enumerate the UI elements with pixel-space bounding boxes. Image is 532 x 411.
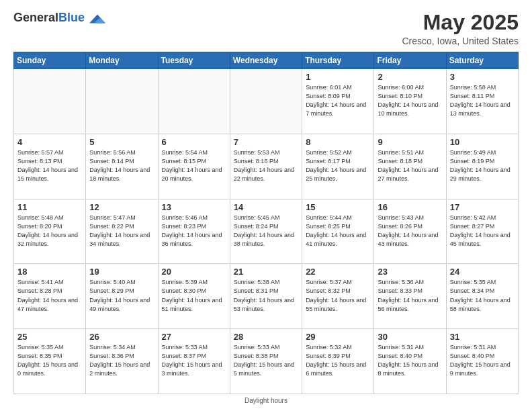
day-cell: 5Sunrise: 5:56 AMSunset: 8:14 PMDaylight… xyxy=(86,134,158,199)
day-info: Sunrise: 5:39 AMSunset: 8:30 PMDaylight:… xyxy=(162,278,226,313)
day-number: 27 xyxy=(162,332,226,342)
day-info: Sunrise: 5:47 AMSunset: 8:22 PMDaylight:… xyxy=(89,214,154,248)
day-cell xyxy=(14,69,86,134)
day-cell xyxy=(158,69,230,134)
calendar-table: SundayMondayTuesdayWednesdayThursdayFrid… xyxy=(13,52,519,394)
day-info: Sunrise: 5:31 AMSunset: 8:40 PMDaylight:… xyxy=(450,343,515,378)
day-cell: 16Sunrise: 5:43 AMSunset: 8:26 PMDayligh… xyxy=(374,199,446,264)
col-header-thursday: Thursday xyxy=(302,52,374,69)
logo-icon xyxy=(89,11,105,27)
day-cell: 21Sunrise: 5:38 AMSunset: 8:31 PMDayligh… xyxy=(230,264,302,329)
day-number: 14 xyxy=(234,202,298,212)
day-info: Sunrise: 5:49 AMSunset: 8:19 PMDaylight:… xyxy=(450,148,515,183)
day-cell: 4Sunrise: 5:57 AMSunset: 8:13 PMDaylight… xyxy=(14,134,86,199)
day-cell: 1Sunrise: 6:01 AMSunset: 8:09 PMDaylight… xyxy=(302,69,374,134)
day-cell: 27Sunrise: 5:33 AMSunset: 8:37 PMDayligh… xyxy=(158,329,230,394)
day-number: 11 xyxy=(17,202,82,212)
day-cell: 7Sunrise: 5:53 AMSunset: 8:16 PMDaylight… xyxy=(230,134,302,199)
col-header-tuesday: Tuesday xyxy=(158,52,230,69)
day-cell: 25Sunrise: 5:35 AMSunset: 8:35 PMDayligh… xyxy=(14,329,86,394)
logo-general-text: General xyxy=(13,11,58,24)
day-info: Sunrise: 5:35 AMSunset: 8:35 PMDaylight:… xyxy=(17,343,82,378)
week-row-2: 11Sunrise: 5:48 AMSunset: 8:20 PMDayligh… xyxy=(14,199,519,264)
day-info: Sunrise: 5:56 AMSunset: 8:14 PMDaylight:… xyxy=(89,148,154,183)
day-cell: 6Sunrise: 5:54 AMSunset: 8:15 PMDaylight… xyxy=(158,134,230,199)
header: GeneralBlue May 2025 Cresco, Iowa, Unite… xyxy=(13,11,519,46)
day-info: Sunrise: 5:45 AMSunset: 8:24 PMDaylight:… xyxy=(234,214,298,248)
day-number: 25 xyxy=(17,332,82,342)
day-info: Sunrise: 5:46 AMSunset: 8:23 PMDaylight:… xyxy=(162,214,226,248)
col-header-wednesday: Wednesday xyxy=(230,52,302,69)
title-block: May 2025 Cresco, Iowa, United States xyxy=(402,11,519,46)
day-number: 29 xyxy=(306,332,370,342)
logo: GeneralBlue xyxy=(13,11,105,27)
day-cell: 30Sunrise: 5:31 AMSunset: 8:40 PMDayligh… xyxy=(374,329,446,394)
day-number: 30 xyxy=(378,332,442,342)
day-cell: 9Sunrise: 5:51 AMSunset: 8:18 PMDaylight… xyxy=(374,134,446,199)
day-cell: 19Sunrise: 5:40 AMSunset: 8:29 PMDayligh… xyxy=(86,264,158,329)
day-info: Sunrise: 5:35 AMSunset: 8:34 PMDaylight:… xyxy=(450,278,515,313)
day-cell: 20Sunrise: 5:39 AMSunset: 8:30 PMDayligh… xyxy=(158,264,230,329)
day-number: 8 xyxy=(306,137,370,147)
day-cell: 23Sunrise: 5:36 AMSunset: 8:33 PMDayligh… xyxy=(374,264,446,329)
day-number: 17 xyxy=(450,202,515,212)
day-number: 21 xyxy=(234,267,298,277)
day-number: 26 xyxy=(89,332,154,342)
day-info: Sunrise: 5:51 AMSunset: 8:18 PMDaylight:… xyxy=(378,148,442,183)
day-cell: 14Sunrise: 5:45 AMSunset: 8:24 PMDayligh… xyxy=(230,199,302,264)
day-number: 2 xyxy=(378,72,442,82)
day-number: 6 xyxy=(162,137,226,147)
day-number: 1 xyxy=(306,72,370,82)
day-number: 24 xyxy=(450,267,515,277)
col-header-friday: Friday xyxy=(374,52,446,69)
day-cell: 12Sunrise: 5:47 AMSunset: 8:22 PMDayligh… xyxy=(86,199,158,264)
day-cell: 28Sunrise: 5:33 AMSunset: 8:38 PMDayligh… xyxy=(230,329,302,394)
day-info: Sunrise: 5:40 AMSunset: 8:29 PMDaylight:… xyxy=(89,278,154,313)
day-cell: 29Sunrise: 5:32 AMSunset: 8:39 PMDayligh… xyxy=(302,329,374,394)
day-cell: 10Sunrise: 5:49 AMSunset: 8:19 PMDayligh… xyxy=(446,134,518,199)
day-cell: 8Sunrise: 5:52 AMSunset: 8:17 PMDaylight… xyxy=(302,134,374,199)
day-number: 9 xyxy=(378,137,442,147)
day-number: 20 xyxy=(162,267,226,277)
day-number: 31 xyxy=(450,332,515,342)
day-cell: 26Sunrise: 5:34 AMSunset: 8:36 PMDayligh… xyxy=(86,329,158,394)
month-title: May 2025 xyxy=(402,11,519,34)
week-row-3: 18Sunrise: 5:41 AMSunset: 8:28 PMDayligh… xyxy=(14,264,519,329)
day-info: Sunrise: 6:00 AMSunset: 8:10 PMDaylight:… xyxy=(378,83,442,118)
day-number: 18 xyxy=(17,267,82,277)
day-number: 19 xyxy=(89,267,154,277)
day-cell: 17Sunrise: 5:42 AMSunset: 8:27 PMDayligh… xyxy=(446,199,518,264)
location: Cresco, Iowa, United States xyxy=(402,36,519,46)
day-cell xyxy=(230,69,302,134)
daylight-hours-label: Daylight hours xyxy=(245,397,287,404)
week-row-0: 1Sunrise: 6:01 AMSunset: 8:09 PMDaylight… xyxy=(14,69,519,134)
day-cell: 11Sunrise: 5:48 AMSunset: 8:20 PMDayligh… xyxy=(14,199,86,264)
day-cell: 13Sunrise: 5:46 AMSunset: 8:23 PMDayligh… xyxy=(158,199,230,264)
day-info: Sunrise: 5:42 AMSunset: 8:27 PMDaylight:… xyxy=(450,214,515,248)
footer-note: Daylight hours xyxy=(13,397,519,404)
day-cell: 24Sunrise: 5:35 AMSunset: 8:34 PMDayligh… xyxy=(446,264,518,329)
day-info: Sunrise: 5:52 AMSunset: 8:17 PMDaylight:… xyxy=(306,148,370,183)
day-info: Sunrise: 6:01 AMSunset: 8:09 PMDaylight:… xyxy=(306,83,370,118)
day-info: Sunrise: 5:44 AMSunset: 8:25 PMDaylight:… xyxy=(306,214,370,248)
day-cell xyxy=(86,69,158,134)
col-header-monday: Monday xyxy=(86,52,158,69)
day-number: 12 xyxy=(89,202,154,212)
day-number: 16 xyxy=(378,202,442,212)
day-cell: 3Sunrise: 5:58 AMSunset: 8:11 PMDaylight… xyxy=(446,69,518,134)
day-info: Sunrise: 5:34 AMSunset: 8:36 PMDaylight:… xyxy=(89,343,154,378)
day-info: Sunrise: 5:58 AMSunset: 8:11 PMDaylight:… xyxy=(450,83,515,118)
day-number: 5 xyxy=(89,137,154,147)
week-row-1: 4Sunrise: 5:57 AMSunset: 8:13 PMDaylight… xyxy=(14,134,519,199)
day-cell: 31Sunrise: 5:31 AMSunset: 8:40 PMDayligh… xyxy=(446,329,518,394)
day-info: Sunrise: 5:33 AMSunset: 8:38 PMDaylight:… xyxy=(234,343,298,378)
day-info: Sunrise: 5:53 AMSunset: 8:16 PMDaylight:… xyxy=(234,148,298,183)
page: GeneralBlue May 2025 Cresco, Iowa, Unite… xyxy=(0,0,532,411)
day-number: 3 xyxy=(450,72,515,82)
day-number: 7 xyxy=(234,137,298,147)
day-info: Sunrise: 5:41 AMSunset: 8:28 PMDaylight:… xyxy=(17,278,82,313)
day-header-row: SundayMondayTuesdayWednesdayThursdayFrid… xyxy=(14,52,519,69)
logo-blue-text: Blue xyxy=(58,11,85,24)
day-number: 15 xyxy=(306,202,370,212)
day-cell: 18Sunrise: 5:41 AMSunset: 8:28 PMDayligh… xyxy=(14,264,86,329)
